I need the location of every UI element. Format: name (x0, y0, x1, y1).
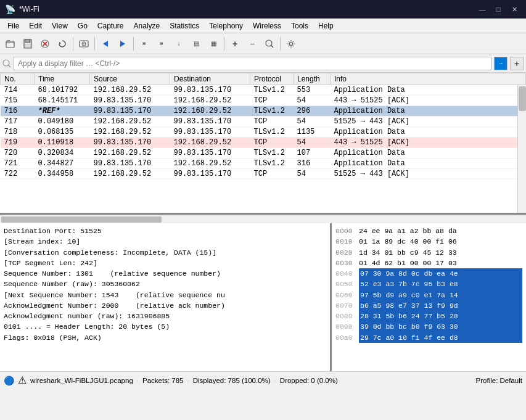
detail-line: [Conversation completeness: Incomplete, … (4, 247, 326, 258)
col-header-info[interactable]: Info (331, 73, 526, 85)
filter-apply-button[interactable]: → (494, 57, 508, 70)
toolbar-forward[interactable] (115, 36, 131, 52)
toolbar-zoom-out[interactable]: − (244, 36, 260, 52)
toolbar-tool1[interactable]: ≡ (136, 36, 152, 52)
minimize-button[interactable]: — (475, 2, 489, 16)
menu-telephony[interactable]: Telephony (204, 19, 248, 33)
filter-add-button[interactable]: + (510, 57, 524, 70)
menu-capture[interactable]: Capture (92, 19, 129, 33)
detail-line: Acknowledgment number (raw): 1631906885 (4, 311, 326, 321)
toolbar-save[interactable] (20, 36, 36, 52)
table-row[interactable]: 7210.34482799.83.135.170192.168.29.52TLS… (1, 159, 526, 169)
svg-line-16 (271, 45, 274, 47)
toolbar-sep-1 (73, 37, 73, 51)
table-row[interactable]: 71568.14517199.83.135.170192.168.29.52TC… (1, 96, 526, 106)
hscroll[interactable] (0, 215, 526, 223)
toolbar-capture-options[interactable] (76, 36, 92, 52)
toolbar-back[interactable] (97, 36, 113, 52)
vscrollbar-thumb[interactable] (519, 86, 526, 111)
toolbar-tool5[interactable]: ▦ (205, 36, 221, 52)
status-displayed: Displayed: 785 (100.0%) (193, 377, 271, 384)
menu-help[interactable]: Help (313, 19, 339, 33)
toolbar-zoom-fit[interactable] (261, 36, 277, 52)
maximize-button[interactable]: □ (491, 2, 505, 16)
hex-row: 008028 31 5b b6 24 77 b5 28 (335, 311, 522, 321)
detail-line: Acknowledgment Number: 2000 (relative ac… (4, 300, 326, 311)
packet-list[interactable]: No. Time Source Destination Protocol Len… (0, 73, 526, 215)
toolbar-settings[interactable] (283, 36, 299, 52)
hex-bytes: 1d 34 01 bb c9 45 12 33 (359, 247, 522, 258)
table-row[interactable]: 7220.344958192.168.29.5299.83.135.170TCP… (1, 169, 526, 179)
status-packets: Packets: 785 (142, 377, 183, 384)
hex-panel[interactable]: 000024 ee 9a a1 a2 bb a8 da001001 1a 89 … (332, 223, 526, 371)
table-row[interactable]: 7180.068135192.168.29.5299.83.135.170TLS… (1, 127, 526, 138)
hex-offset: 0050 (335, 279, 359, 289)
toolbar-tool4[interactable]: ▤ (188, 36, 204, 52)
menu-tools[interactable]: Tools (286, 19, 313, 33)
svg-point-17 (290, 42, 293, 45)
menu-go[interactable]: Go (73, 19, 92, 33)
filterbar: → + (0, 54, 526, 73)
hex-offset: 0060 (335, 290, 359, 300)
hex-row: 001001 1a 89 dc 40 00 f1 06 (335, 236, 522, 247)
menu-edit[interactable]: Edit (24, 19, 47, 33)
toolbar-open[interactable] (2, 36, 18, 52)
toolbar-reload[interactable] (54, 36, 70, 52)
menu-wireless[interactable]: Wireless (248, 19, 286, 33)
packet-table: No. Time Source Destination Protocol Len… (0, 73, 526, 179)
svg-marker-14 (120, 41, 125, 47)
toolbar-zoom-in[interactable]: + (227, 36, 243, 52)
toolbar-tool2[interactable]: ≡ (154, 36, 170, 52)
titlebar-controls: — □ ✕ (475, 2, 521, 16)
detail-line: Destination Port: 51525 (4, 226, 326, 236)
col-header-no[interactable]: No. (1, 73, 35, 85)
col-header-dst[interactable]: Destination (170, 73, 250, 85)
col-header-src[interactable]: Source (90, 73, 170, 85)
table-row[interactable]: 71468.101792192.168.29.5299.83.135.170TL… (1, 85, 526, 96)
hex-bytes: 97 5b d9 a9 c0 e1 7a 14 (359, 290, 522, 300)
toolbar-sep-3 (133, 37, 134, 51)
packet-tbody: 71468.101792192.168.29.5299.83.135.170TL… (1, 85, 526, 179)
hex-bytes: 01 4d 62 b1 00 00 17 03 (359, 258, 522, 268)
svg-rect-5 (25, 44, 31, 47)
menu-analyze[interactable]: Analyze (129, 19, 165, 33)
filter-input[interactable] (14, 57, 491, 70)
detail-line: Sequence Number (raw): 305360062 (4, 279, 326, 289)
menu-view[interactable]: View (47, 19, 73, 33)
status-file: wireshark_Wi-FiBLJGU1.pcapng (30, 377, 133, 384)
table-row[interactable]: 716*REF*99.83.135.170192.168.29.52TLSv1.… (1, 106, 526, 117)
toolbar-sep-5 (280, 37, 281, 51)
col-header-time[interactable]: Time (35, 73, 90, 85)
hex-offset: 0000 (335, 226, 359, 236)
svg-rect-4 (29, 39, 30, 42)
svg-rect-1 (7, 40, 10, 41)
hex-offset: 0040 (335, 268, 359, 279)
table-row[interactable]: 7170.049180192.168.29.5299.83.135.170TCP… (1, 117, 526, 127)
vscrollbar[interactable] (517, 85, 526, 213)
detail-panel[interactable]: Destination Port: 51525[Stream index: 10… (0, 223, 332, 371)
status-dropped: Dropped: 0 (0.0%) (280, 377, 338, 384)
col-header-len[interactable]: Length (294, 73, 331, 85)
hscroll-thumb[interactable] (1, 216, 162, 223)
hex-bytes: 07 30 9a 8d 0c db ea 4e (359, 268, 522, 279)
svg-line-19 (9, 65, 11, 67)
col-header-proto[interactable]: Protocol (250, 73, 294, 85)
table-row[interactable]: 7200.320834192.168.29.5299.83.135.170TLS… (1, 148, 526, 159)
detail-line: Flags: 0x018 (PSH, ACK) (4, 332, 326, 343)
hex-row: 0070b6 a5 98 e7 37 13 f9 9d (335, 300, 522, 311)
hex-bytes: b6 a5 98 e7 37 13 f9 9d (359, 300, 522, 311)
toolbar-close[interactable] (37, 36, 53, 52)
svg-marker-9 (59, 42, 61, 44)
toolbar-sep-2 (94, 37, 95, 51)
menu-file[interactable]: File (2, 19, 24, 33)
toolbar-tool3[interactable]: ↓ (171, 36, 187, 52)
hex-offset: 0070 (335, 300, 359, 311)
close-button[interactable]: ✕ (508, 2, 521, 16)
table-row[interactable]: 7190.11091899.83.135.170192.168.29.52TCP… (1, 138, 526, 148)
titlebar: 📡 *Wi-Fi — □ ✕ (0, 0, 526, 19)
hex-bytes: 52 e3 a3 7b 7c 95 b3 e8 (359, 279, 522, 289)
menu-statistics[interactable]: Statistics (165, 19, 204, 33)
status-icon: 🔵 (4, 376, 14, 385)
titlebar-left: 📡 *Wi-Fi (5, 4, 39, 14)
hex-bytes: 28 31 5b b6 24 77 b5 28 (359, 311, 522, 321)
